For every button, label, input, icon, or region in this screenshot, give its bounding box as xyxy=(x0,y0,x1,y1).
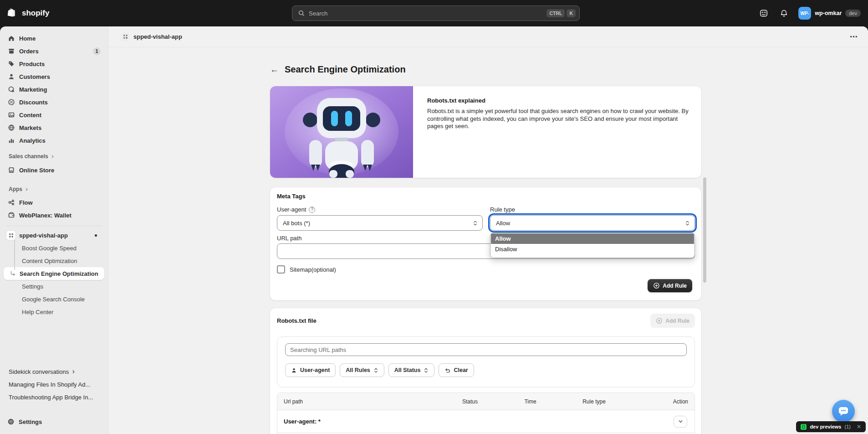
filter-box: User-agent All Rules All Status Cle xyxy=(277,336,695,388)
add-rule-button[interactable]: Add Rule xyxy=(648,279,692,292)
back-arrow-icon[interactable]: ← xyxy=(270,65,279,74)
rule-type-label: Rule type xyxy=(490,206,515,213)
all-status-filter-button[interactable]: All Status xyxy=(388,363,435,377)
chevron-right-icon xyxy=(25,187,29,191)
sort-chevrons-icon xyxy=(424,367,429,373)
hero-body: Robots.txt is a simple yet powerful tool… xyxy=(427,108,689,130)
apps-header[interactable]: Apps xyxy=(0,184,108,194)
select-chevrons-icon xyxy=(473,220,478,227)
sidebar-item-spped-vishal-app[interactable]: spped-vishal-app xyxy=(4,229,104,242)
sitemap-label: Sitemap(optional) xyxy=(290,266,336,273)
app-active-dot xyxy=(95,234,97,237)
orders-count-badge: 1 xyxy=(93,47,101,55)
sidebar-item-flow[interactable]: Flow xyxy=(4,196,104,209)
sidebar-item-help-center[interactable]: Help Center xyxy=(4,305,104,318)
url-paths-search-input[interactable] xyxy=(285,343,687,356)
clear-filters-button[interactable]: Clear xyxy=(439,363,474,377)
shopify-bag-icon xyxy=(7,8,18,19)
orders-icon xyxy=(7,47,15,55)
face-icon[interactable] xyxy=(758,8,769,19)
account-menu[interactable]: WP- wp-omkar dev xyxy=(798,7,861,20)
sidebar-item-orders[interactable]: Orders1 xyxy=(4,45,104,57)
shopify-logo[interactable]: shopify xyxy=(7,8,49,19)
column-time: Time xyxy=(500,398,561,405)
wallet-icon xyxy=(7,212,15,219)
sidebar-item-boost-google-speed[interactable]: Boost Google Speed xyxy=(4,242,104,254)
dev-previews-toast[interactable]: dev previews (1) ✕ xyxy=(796,421,866,432)
corner-arrow-icon xyxy=(10,270,16,277)
expand-row-button[interactable] xyxy=(674,416,687,428)
user-agent-filter-button[interactable]: User-agent xyxy=(285,363,336,377)
help-icon[interactable]: ? xyxy=(309,207,315,213)
sidekick-conversations-link[interactable]: Sidekick conversations xyxy=(0,365,108,378)
conversation-link-2[interactable]: Troubleshooting App Bridge In... xyxy=(0,391,108,403)
sidebar-item-search-engine-optimization[interactable]: Search Engine Optimization xyxy=(4,267,104,280)
sidebar-item-app-settings[interactable]: Settings xyxy=(4,280,104,293)
page-title: Search Engine Optimization xyxy=(285,64,406,75)
storefront-icon xyxy=(7,166,15,174)
sidebar-item-online-store[interactable]: Online Store xyxy=(4,164,104,176)
chevron-down-icon xyxy=(678,418,684,424)
rule-type-dropdown-list: Allow Disallow xyxy=(490,232,695,258)
column-url-path: Url path xyxy=(277,398,440,405)
rule-type-field: Rule type Allow xyxy=(490,206,695,231)
chat-bubble-icon xyxy=(838,406,849,416)
sales-channels-header[interactable]: Sales channels xyxy=(0,151,108,161)
mobile-preview-icon xyxy=(801,424,807,430)
robots-explained-text: Robots.txt explained Robots.txt is a sim… xyxy=(413,86,701,178)
app-frame-scrollbar[interactable] xyxy=(703,177,706,283)
main-area: spped-vishal-app ⋯ ← Search Engine Optim… xyxy=(108,26,868,434)
sidebar-item-webplanex-wallet[interactable]: WebPlanex: Wallet xyxy=(4,209,104,222)
target-icon xyxy=(7,86,15,93)
row-url-path: User-agent: * xyxy=(277,418,440,425)
sidebar-item-content[interactable]: Content xyxy=(4,108,104,121)
page-title-row: ← Search Engine Optimization xyxy=(270,63,701,76)
tag-icon xyxy=(7,60,15,68)
chat-widget-button[interactable] xyxy=(832,400,855,423)
plus-circle-icon xyxy=(653,282,660,289)
close-icon[interactable]: ✕ xyxy=(857,424,861,430)
sidebar-item-content-optimization[interactable]: Content Optimization xyxy=(4,254,104,267)
app-title: spped-vishal-app xyxy=(133,33,182,40)
sidebar-item-marketing[interactable]: Marketing xyxy=(4,83,104,96)
kebab-menu-icon[interactable]: ⋯ xyxy=(850,32,858,41)
sidebar-item-markets[interactable]: Markets xyxy=(4,121,104,134)
table-row: User-agent: * xyxy=(277,410,694,433)
robots-explained-card: Robots.txt explained Robots.txt is a sim… xyxy=(270,86,701,178)
person-icon xyxy=(7,73,15,81)
bar-chart-icon xyxy=(7,137,15,145)
sort-chevrons-icon xyxy=(373,367,378,373)
user-agent-select[interactable]: All bots (*) xyxy=(277,215,483,231)
conversation-link-1[interactable]: Managing Files In Shopify Ad... xyxy=(0,378,108,391)
add-rule-button-disabled[interactable]: Add Rule xyxy=(650,314,695,328)
shortcut-key-k: K xyxy=(567,9,576,17)
shopify-wordmark: shopify xyxy=(22,9,49,18)
app-grid-icon xyxy=(6,231,15,240)
table-header: Url path Status Time Rule type Action xyxy=(277,393,694,410)
option-allow[interactable]: Allow xyxy=(491,233,694,244)
topbar-actions: WP- wp-omkar dev xyxy=(758,7,861,20)
column-action: Action xyxy=(627,398,694,405)
sidebar-item-home[interactable]: Home xyxy=(4,32,104,45)
sidebar-item-google-search-console[interactable]: Google Search Console xyxy=(4,293,104,305)
sidebar-item-analytics[interactable]: Analytics xyxy=(4,134,104,147)
user-agent-label: User-agent xyxy=(277,206,306,213)
sidebar-item-products[interactable]: Products xyxy=(4,57,104,70)
rule-type-select[interactable]: Allow xyxy=(490,215,695,231)
user-name: wp-omkar xyxy=(815,10,842,16)
percent-icon xyxy=(7,98,15,106)
select-chevrons-icon xyxy=(685,220,690,227)
sitemap-checkbox[interactable] xyxy=(277,265,285,274)
sidebar-item-discounts[interactable]: Discounts xyxy=(4,96,104,108)
column-rule-type: Rule type xyxy=(561,398,627,405)
sidebar: Home Orders1 Products Customers Marketin… xyxy=(0,26,108,434)
robot-illustration xyxy=(270,86,413,178)
option-disallow[interactable]: Disallow xyxy=(491,244,694,254)
person-icon xyxy=(291,367,297,373)
sidebar-item-settings[interactable]: Settings xyxy=(4,415,104,428)
notifications-bell-icon[interactable] xyxy=(778,8,789,19)
all-rules-filter-button[interactable]: All Rules xyxy=(340,363,384,377)
global-search-input[interactable]: Search CTRL K xyxy=(292,5,580,21)
sidebar-item-customers[interactable]: Customers xyxy=(4,70,104,83)
search-placeholder: Search xyxy=(309,10,545,17)
